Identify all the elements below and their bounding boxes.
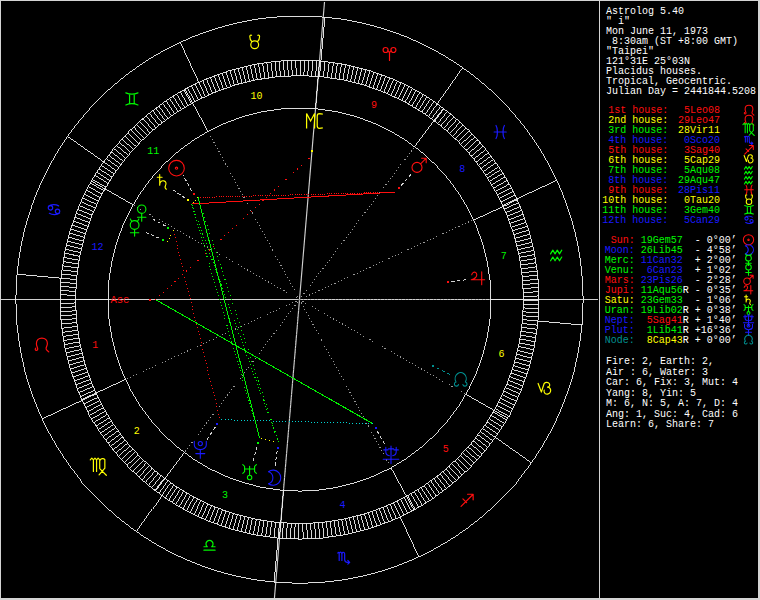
svg-text:Car: 6, Fix: 3, Mut: 4: Car: 6, Fix: 3, Mut: 4 <box>606 377 738 388</box>
svg-text:6: 6 <box>498 349 504 360</box>
svg-text:8: 8 <box>459 164 465 175</box>
svg-text:Julian Day = 2441844.5208: Julian Day = 2441844.5208 <box>606 86 756 97</box>
svg-text:R: R <box>683 335 689 346</box>
svg-text:5Can29: 5Can29 <box>678 215 720 226</box>
svg-text:R: R <box>683 285 689 296</box>
svg-text:12th house:: 12th house: <box>602 215 668 226</box>
svg-text:Learn: 6, Share: 7: Learn: 6, Share: 7 <box>606 419 714 430</box>
svg-text:8Cap43: 8Cap43 <box>641 335 683 346</box>
svg-text:12: 12 <box>91 242 103 253</box>
svg-text:5: 5 <box>443 444 449 455</box>
svg-text:Fire: 2, Earth: 2,: Fire: 2, Earth: 2, <box>606 356 714 367</box>
svg-text:Yang: 8, Yin: 5: Yang: 8, Yin: 5 <box>606 388 696 399</box>
svg-text:7: 7 <box>501 251 507 262</box>
svg-text:11: 11 <box>147 146 159 157</box>
svg-text:9: 9 <box>371 100 377 111</box>
svg-text:Air : 6, Water: 3: Air : 6, Water: 3 <box>606 367 708 378</box>
svg-text:Asc: Asc <box>111 294 130 306</box>
svg-text:4: 4 <box>339 500 345 511</box>
svg-text:+ 0°00’: + 0°00’ <box>695 335 737 346</box>
svg-text:2: 2 <box>134 426 140 437</box>
svg-text:Ang: 1, Suc: 4, Cad: 6: Ang: 1, Suc: 4, Cad: 6 <box>606 409 738 420</box>
svg-text:10: 10 <box>250 91 262 102</box>
svg-text:Node:: Node: <box>605 335 635 346</box>
svg-text:1: 1 <box>92 340 98 351</box>
svg-text:3: 3 <box>222 490 228 501</box>
svg-text:M: 6, N: 5, A: 7, D: 4: M: 6, N: 5, A: 7, D: 4 <box>606 398 738 409</box>
